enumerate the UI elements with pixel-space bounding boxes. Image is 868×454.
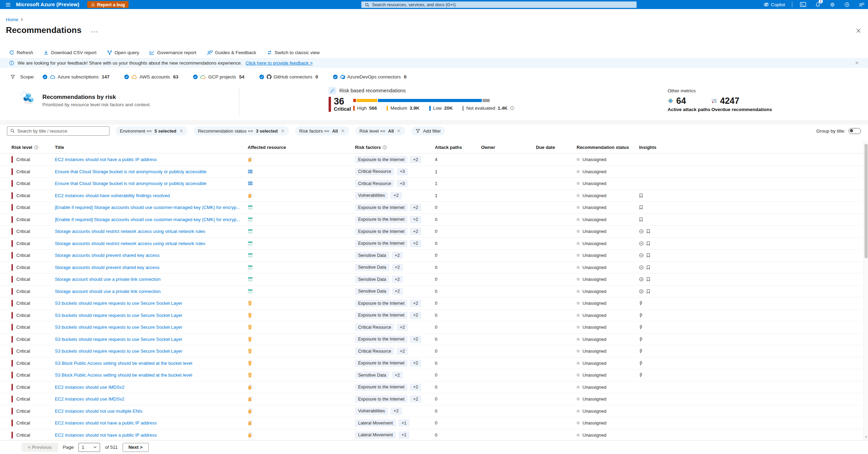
column-header-owner[interactable]: Owner [481, 145, 495, 150]
recommendation-link[interactable]: EC2 instances should not have a public I… [55, 432, 157, 438]
table-row[interactable]: Critical[Enable if required] Storage acc… [0, 214, 863, 226]
filter-pill-risk-factors[interactable]: Risk factors == All [295, 126, 349, 135]
recommendation-link[interactable]: Storage accounts should restrict network… [55, 241, 205, 246]
connector-azuredevops-connectors[interactable]: AzureDevOps connectors0 [333, 74, 406, 79]
risk-factor-more-chip[interactable]: +2 [410, 384, 421, 391]
portal-menu-icon[interactable] [0, 2, 16, 8]
close-blade-icon[interactable] [856, 28, 861, 33]
page-number-select[interactable]: 1 [78, 443, 100, 452]
table-row[interactable]: CriticalEC2 instances should not have a … [0, 417, 863, 429]
table-row[interactable]: CriticalEnsure that Cloud Storage bucket… [0, 166, 863, 178]
risk-factor-more-chip[interactable]: +2 [392, 288, 403, 295]
column-header-insights[interactable]: Insights [639, 145, 656, 150]
table-row[interactable]: CriticalStorage accounts should restrict… [0, 226, 863, 238]
recommendation-link[interactable]: EC2 instances should have vulnerability … [55, 193, 170, 198]
guides-feedback-button[interactable]: Guides & Feedback [207, 50, 256, 55]
risk-factor-more-chip[interactable]: +2 [410, 336, 421, 343]
recommendation-link[interactable]: Ensure that Cloud Storage bucket is not … [55, 169, 206, 174]
recommendation-link[interactable]: Storage accounts should prevent shared k… [55, 265, 159, 270]
breadcrumb-home-link[interactable]: Home [6, 17, 18, 22]
risk-factor-more-chip[interactable]: +2 [397, 323, 408, 331]
recommendation-link[interactable]: Storage accounts should restrict network… [55, 229, 205, 234]
risk-factor-more-chip[interactable]: +2 [410, 216, 421, 223]
cloud-shell-button[interactable] [799, 1, 807, 8]
connector-azure-subscriptions[interactable]: Azure subscriptions147 [42, 74, 109, 79]
scrollbar-down-arrow[interactable]: ▼ [865, 436, 868, 439]
connector-gcp-projects[interactable]: GCP projects54 [193, 74, 244, 79]
risk-factor-more-chip[interactable]: +3 [397, 168, 408, 175]
governance-report-button[interactable]: Governance report [149, 50, 196, 55]
recommendation-link[interactable]: S3 buckets should require requests to us… [55, 348, 182, 354]
table-row[interactable]: CriticalEC2 instances should not have a … [0, 154, 863, 166]
risk-factor-more-chip[interactable]: +2 [392, 264, 403, 271]
group-by-toggle[interactable] [849, 128, 861, 134]
next-page-button[interactable]: Next > [123, 443, 149, 452]
column-header-due-date[interactable]: Due date [536, 145, 555, 150]
recommendation-link[interactable]: [Enable if required] Storage accounts sh… [55, 205, 240, 210]
column-header-risk-level[interactable]: Risk level [11, 145, 39, 150]
table-row[interactable]: CriticalStorage accounts should prevent … [0, 262, 863, 274]
table-row[interactable]: CriticalEC2 instances should use IMDSv2E… [0, 381, 863, 394]
switch-to-classic-view-button[interactable]: Switch to classic view [267, 50, 320, 55]
table-row[interactable]: CriticalEC2 instances should not use mul… [0, 405, 863, 418]
recommendation-link[interactable]: EC2 instances should not use multiple EN… [55, 409, 142, 414]
table-row[interactable]: CriticalS3 Block Public Access setting s… [0, 369, 863, 381]
table-row[interactable]: CriticalS3 Block Public Access setting s… [0, 358, 863, 370]
table-row[interactable]: CriticalEC2 instances should not have a … [0, 429, 863, 440]
recommendation-link[interactable]: EC2 instances should not have a public I… [55, 157, 157, 162]
close-icon[interactable] [179, 129, 183, 133]
risk-factor-more-chip[interactable]: +3 [397, 180, 408, 187]
download-csv-report-button[interactable]: Download CSV report [43, 50, 97, 55]
recommendation-link[interactable]: [Enable if required] Storage accounts sh… [55, 217, 240, 222]
table-search-field[interactable] [7, 126, 109, 136]
banner-close-icon[interactable] [855, 61, 859, 65]
table-row[interactable]: Critical[Enable if required] Storage acc… [0, 202, 863, 214]
recommendation-link[interactable]: S3 buckets should require requests to us… [55, 313, 182, 318]
table-row[interactable]: CriticalS3 buckets should require reques… [0, 297, 863, 310]
risk-factor-more-chip[interactable]: +2 [390, 407, 402, 415]
column-header-recommendation-status[interactable]: Recommendation status [577, 145, 629, 150]
scrollbar-thumb[interactable] [865, 144, 868, 258]
column-header-attack-paths[interactable]: Attack paths [435, 145, 462, 150]
help-button[interactable]: ? [843, 1, 851, 8]
risk-factor-more-chip[interactable]: +1 [398, 431, 410, 439]
risk-factor-more-chip[interactable]: +2 [390, 192, 402, 199]
column-header-title[interactable]: Title [55, 145, 64, 150]
column-header-risk-factors[interactable]: Risk factors [355, 145, 387, 150]
table-row[interactable]: CriticalEC2 instances should use IMDSv2E… [0, 393, 863, 405]
risk-factor-more-chip[interactable]: +2 [410, 360, 421, 367]
risk-factor-more-chip[interactable]: +2 [397, 347, 408, 355]
recommendation-link[interactable]: S3 Block Public Access setting should be… [55, 372, 192, 378]
recommendation-link[interactable]: S3 buckets should require requests to us… [55, 337, 182, 342]
risk-factor-more-chip[interactable]: +2 [410, 156, 421, 163]
notifications-button[interactable]: 1 [814, 1, 821, 8]
risk-factor-more-chip[interactable]: +2 [392, 252, 403, 259]
close-icon[interactable] [281, 129, 285, 133]
filter-pill-risk-level[interactable]: Risk level == All [355, 126, 405, 135]
risk-factor-more-chip[interactable]: +2 [410, 240, 421, 247]
table-row[interactable]: CriticalStorage account should use a pri… [0, 286, 863, 298]
copilot-button[interactable]: Copilot [763, 2, 785, 7]
settings-button[interactable] [828, 1, 836, 8]
recommendation-link[interactable]: S3 Block Public Access setting should be… [55, 361, 192, 366]
risk-factor-more-chip[interactable]: +2 [410, 228, 421, 235]
add-filter-button[interactable]: Add filter [411, 126, 445, 135]
connector-aws-accounts[interactable]: AWS accounts63 [124, 74, 178, 79]
refresh-button[interactable]: Refresh [9, 50, 33, 55]
recommendation-link[interactable]: S3 buckets should require requests to us… [55, 325, 182, 330]
previous-page-button[interactable]: < Previous [22, 443, 58, 452]
risk-factor-more-chip[interactable]: +2 [410, 395, 421, 403]
table-row[interactable]: CriticalStorage accounts should prevent … [0, 250, 863, 262]
risk-factor-more-chip[interactable]: +2 [410, 204, 421, 211]
more-options-icon[interactable]: ··· [91, 29, 99, 35]
column-header-affected-resource[interactable]: Affected resource [248, 145, 286, 150]
risk-factor-more-chip[interactable]: +2 [410, 312, 421, 319]
recommendation-link[interactable]: Storage account should use a private lin… [55, 277, 160, 282]
table-row[interactable]: CriticalS3 buckets should require reques… [0, 321, 863, 334]
risk-factor-more-chip[interactable]: +2 [392, 371, 403, 379]
vertical-scrollbar[interactable]: ▼ [863, 141, 868, 440]
recommendation-link[interactable]: S3 buckets should require requests to us… [55, 301, 182, 306]
banner-feedback-link[interactable]: Click here to provide feedback > [246, 60, 313, 66]
open-query-button[interactable]: Open query [107, 50, 139, 55]
close-icon[interactable] [341, 129, 345, 133]
